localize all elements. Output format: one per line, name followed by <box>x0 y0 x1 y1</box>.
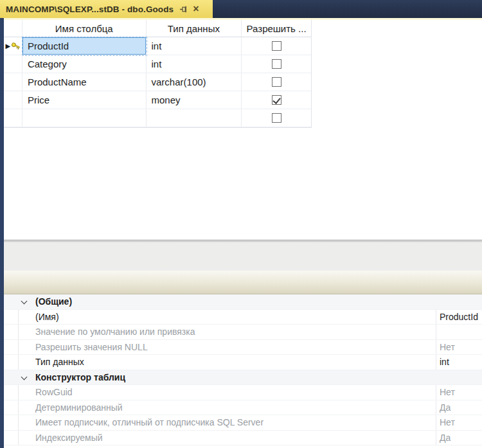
category-label: (Общие) <box>35 296 72 307</box>
property-category-table-designer[interactable]: Конструктор таблиц <box>4 370 482 386</box>
property-name: (Имя) <box>35 312 59 322</box>
property-value[interactable]: Нет <box>440 342 455 352</box>
allow-nulls-checkbox[interactable] <box>272 59 281 69</box>
close-icon[interactable]: × <box>193 4 199 14</box>
allow-nulls-checkbox[interactable] <box>272 95 281 105</box>
property-name: Детерминированный <box>35 402 123 413</box>
properties-toolbar: A Z ↓ <box>0 271 482 294</box>
column-name-header[interactable]: Имя столбца <box>22 20 147 37</box>
allow-nulls-checkbox[interactable] <box>272 41 281 51</box>
table-row: ProductName varchar(100) <box>4 73 311 91</box>
chevron-down-icon[interactable] <box>21 298 28 305</box>
property-row-data-type[interactable]: Тип данных int <box>4 355 482 370</box>
document-tab-title: MAINCOMP\SQLEXP...stDB - dbo.Goods <box>6 4 174 14</box>
property-category-general[interactable]: (Общие) <box>4 294 482 310</box>
property-name: Разрешить значения NULL <box>35 342 148 352</box>
row-selector-cell[interactable]: ▶ <box>4 37 22 55</box>
property-name: Имеет подписчик, отличный от подписчика … <box>35 417 263 427</box>
table-row: Category int <box>4 55 311 73</box>
row-selector-cell[interactable] <box>4 91 22 109</box>
left-edge-strip <box>0 18 4 448</box>
property-row-default-value[interactable]: Значение по умолчанию или привязка <box>4 325 482 340</box>
property-row-non-sql-subscriber[interactable]: Имеет подписчик, отличный от подписчика … <box>4 415 482 431</box>
allow-nulls-cell <box>242 55 311 73</box>
data-type-cell[interactable] <box>147 109 242 127</box>
data-type-cell[interactable]: varchar(100) <box>147 73 242 91</box>
current-row-arrow-icon: ▶ <box>6 43 11 49</box>
data-type-cell[interactable]: int <box>147 55 242 73</box>
property-value[interactable]: Нет <box>440 387 455 397</box>
column-name-cell[interactable]: ProductId <box>22 37 147 55</box>
row-selector-cell[interactable] <box>4 73 22 91</box>
property-value[interactable]: Нет <box>440 417 455 427</box>
property-name: Индексируемый <box>35 433 103 443</box>
data-type-header[interactable]: Тип данных <box>147 20 242 37</box>
table-row: ▶ ProductId int <box>4 37 311 55</box>
property-row-deterministic[interactable]: Детерминированный Да <box>4 400 482 416</box>
row-selector-cell[interactable] <box>4 109 22 127</box>
category-label: Конструктор таблиц <box>35 372 125 382</box>
row-selector-header <box>4 20 22 37</box>
allow-nulls-cell <box>242 37 311 55</box>
properties-grid: (Общие) (Имя) ProductId Значение по умол… <box>4 294 482 448</box>
column-name-cell[interactable]: Category <box>22 55 147 73</box>
pin-icon[interactable] <box>179 5 188 13</box>
designer-header-row: Имя столбца Тип данных Разрешить ... <box>4 20 311 37</box>
primary-key-icon <box>11 42 20 50</box>
property-name: RowGuid <box>35 387 73 397</box>
property-name: Тип данных <box>35 357 84 367</box>
allow-nulls-cell <box>242 91 311 109</box>
column-name-cell[interactable]: ProductName <box>22 73 147 91</box>
data-type-cell[interactable]: int <box>147 37 242 55</box>
document-tab[interactable]: MAINCOMP\SQLEXP...stDB - dbo.Goods × <box>0 0 213 18</box>
properties-tab-strip: Свойства столбца <box>0 242 482 271</box>
column-name-cell[interactable] <box>22 109 147 127</box>
chevron-down-icon[interactable] <box>21 373 28 380</box>
allow-nulls-checkbox[interactable] <box>272 113 281 123</box>
property-row-name[interactable]: (Имя) ProductId <box>4 310 482 325</box>
allow-nulls-checkbox[interactable] <box>272 77 281 87</box>
property-row-allow-nulls[interactable]: Разрешить значения NULL Нет <box>4 340 482 355</box>
property-row-rowguid[interactable]: RowGuid Нет <box>4 385 482 400</box>
column-name-cell[interactable]: Price <box>22 91 147 109</box>
property-value[interactable]: Да <box>440 402 451 413</box>
row-selector-cell[interactable] <box>4 55 22 73</box>
data-type-cell[interactable]: money <box>147 91 242 109</box>
table-row-empty <box>4 109 311 127</box>
allow-nulls-cell <box>242 73 311 91</box>
document-tab-bar: MAINCOMP\SQLEXP...stDB - dbo.Goods × <box>0 0 482 18</box>
property-value[interactable]: int <box>440 357 449 367</box>
property-value[interactable]: Да <box>440 433 451 443</box>
property-row-indexable[interactable]: Индексируемый Да <box>4 431 482 446</box>
property-value[interactable]: ProductId <box>440 312 478 322</box>
allow-nulls-header[interactable]: Разрешить ... <box>242 20 311 37</box>
table-designer-grid: Имя столбца Тип данных Разрешить ... ▶ P… <box>4 20 312 128</box>
property-name: Значение по умолчанию или привязка <box>35 327 195 337</box>
allow-nulls-cell <box>242 109 311 127</box>
table-row: Price money <box>4 91 311 109</box>
